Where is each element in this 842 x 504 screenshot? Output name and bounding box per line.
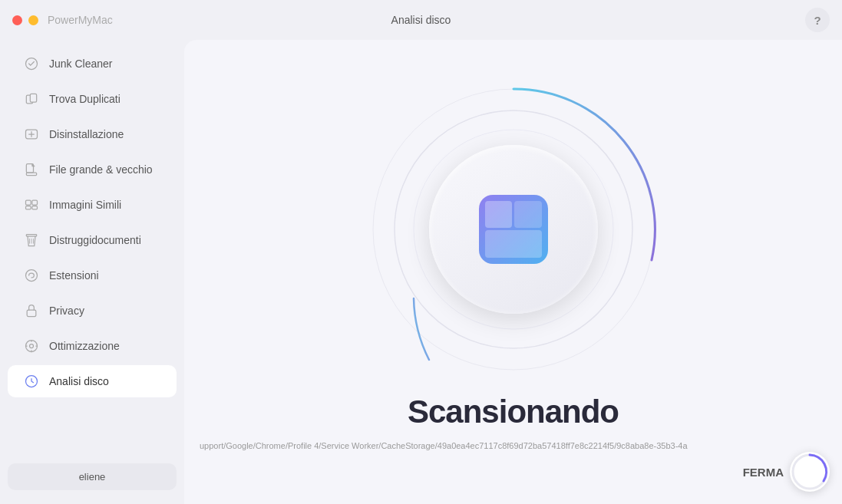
sidebar-label-estensioni: Estensioni bbox=[49, 269, 99, 282]
sidebar-item-analisi-disco[interactable]: Analisi disco bbox=[8, 365, 177, 397]
svg-rect-8 bbox=[26, 206, 31, 209]
sidebar-item-estensioni[interactable]: Estensioni bbox=[8, 259, 177, 292]
svg-rect-5 bbox=[26, 173, 36, 175]
sidebar-label-file-grande: File grande & vecchio bbox=[49, 163, 153, 176]
analisi-disco-icon bbox=[23, 373, 40, 390]
svg-point-11 bbox=[26, 270, 38, 282]
scan-circle-wrapper bbox=[368, 84, 659, 375]
ferma-label: FERMA bbox=[743, 466, 784, 479]
bottom-bar: FERMA bbox=[743, 452, 830, 492]
ferma-button[interactable]: FERMA bbox=[743, 452, 830, 492]
sidebar-item-trova-duplicati[interactable]: Trova Duplicati bbox=[8, 83, 177, 115]
svg-rect-9 bbox=[32, 206, 38, 209]
main-content: Scansionando upport/Google/Chrome/Profil… bbox=[184, 40, 842, 504]
svg-rect-6 bbox=[26, 200, 31, 205]
sidebar-label-trova-duplicati: Trova Duplicati bbox=[49, 93, 121, 105]
titlebar: PowerMyMac Analisi disco ? bbox=[0, 0, 842, 40]
privacy-icon bbox=[23, 302, 40, 319]
sidebar-item-immagini-simili[interactable]: Immagini Simili bbox=[8, 189, 177, 221]
sidebar-item-privacy[interactable]: Privacy bbox=[8, 295, 177, 327]
svg-rect-7 bbox=[32, 200, 38, 205]
app-name: PowerMyMac bbox=[48, 14, 113, 26]
sidebar-label-ottimizzazione: Ottimizzazione bbox=[49, 340, 120, 352]
sidebar-bottom: eliene bbox=[0, 456, 184, 498]
traffic-lights bbox=[12, 15, 38, 25]
scanning-title: Scansionando bbox=[408, 394, 619, 430]
sidebar-label-immagini-simili: Immagini Simili bbox=[49, 199, 121, 211]
svg-point-14 bbox=[30, 344, 34, 348]
distruggi-documenti-icon bbox=[23, 232, 40, 249]
help-button[interactable]: ? bbox=[805, 8, 830, 32]
estensioni-icon bbox=[23, 267, 40, 284]
minimize-button[interactable] bbox=[28, 15, 38, 25]
close-button[interactable] bbox=[12, 15, 22, 25]
sidebar-item-junk-cleaner[interactable]: Junk Cleaner bbox=[8, 48, 177, 80]
trova-duplicati-icon bbox=[23, 91, 40, 107]
sidebar-label-distruggi-documenti: Distruggidocumenti bbox=[49, 234, 141, 246]
immagini-simili-icon bbox=[23, 196, 40, 213]
file-grande-icon bbox=[23, 161, 40, 178]
ferma-progress-ring bbox=[790, 452, 830, 492]
app-icon bbox=[479, 195, 548, 264]
disinstallazione-icon bbox=[23, 126, 40, 143]
ferma-circle[interactable] bbox=[790, 452, 830, 492]
file-path-text: upport/Google/Chrome/Profile 4/Service W… bbox=[200, 441, 688, 450]
inner-circle bbox=[429, 145, 598, 314]
sidebar-label-analisi-disco: Analisi disco bbox=[49, 375, 109, 387]
sidebar-label-privacy: Privacy bbox=[49, 305, 84, 317]
ottimizzazione-icon bbox=[23, 338, 40, 354]
sidebar-item-ottimizzazione[interactable]: Ottimizzazione bbox=[8, 330, 177, 362]
svg-rect-12 bbox=[27, 310, 36, 316]
sidebar-item-file-grande[interactable]: File grande & vecchio bbox=[8, 153, 177, 186]
junk-cleaner-icon bbox=[23, 55, 40, 72]
sidebar: Junk Cleaner Trova Duplicati Disinstalla… bbox=[0, 40, 184, 504]
sidebar-item-disinstallazione[interactable]: Disinstallazione bbox=[8, 118, 177, 150]
svg-rect-2 bbox=[30, 94, 36, 102]
sidebar-label-junk-cleaner: Junk Cleaner bbox=[49, 58, 113, 70]
sidebar-label-disinstallazione: Disinstallazione bbox=[49, 128, 124, 140]
main-layout: Junk Cleaner Trova Duplicati Disinstalla… bbox=[0, 40, 842, 504]
user-button[interactable]: eliene bbox=[8, 463, 177, 490]
window-title: Analisi disco bbox=[391, 14, 451, 26]
sidebar-item-distruggi-documenti[interactable]: Distruggidocumenti bbox=[8, 224, 177, 256]
